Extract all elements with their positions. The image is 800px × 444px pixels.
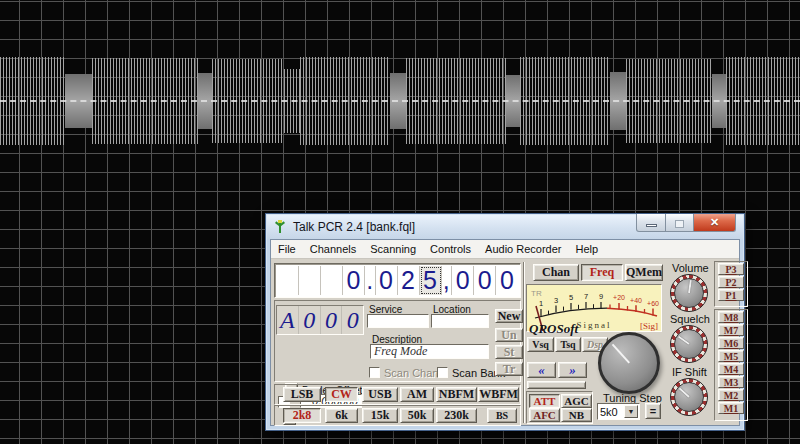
freq-digit[interactable]: 0	[474, 266, 496, 295]
dsp-toggle-group: ATT AGC AFC NB	[526, 391, 593, 424]
menu-channels[interactable]: Channels	[303, 241, 363, 257]
preset-p2[interactable]: P2	[718, 276, 744, 288]
volume-label: Volume	[672, 262, 709, 274]
freq-digit[interactable]: 0	[376, 266, 398, 295]
squelch-label: Squelch	[670, 313, 710, 325]
preset-p3[interactable]: P3	[718, 263, 744, 275]
mode-am[interactable]: AM	[400, 387, 434, 402]
memory-m7[interactable]: M7	[718, 324, 744, 336]
svg-text:3: 3	[554, 296, 558, 305]
svg-text:1: 1	[539, 299, 543, 308]
memory-m2[interactable]: M2	[718, 389, 744, 401]
afc-button[interactable]: AFC	[529, 408, 560, 422]
preset-p1[interactable]: P1	[718, 289, 744, 301]
channel-panel: A 0 0 0 + Duplex Offset 0.000000 - Servi…	[274, 300, 521, 382]
svg-text:Signal: Signal	[576, 320, 611, 330]
filter-50k[interactable]: 50k	[400, 408, 434, 423]
filter-row: 2k8 6k 15k 50k 230k BS	[274, 405, 521, 426]
chevron-down-icon[interactable]: ▼	[624, 405, 638, 418]
tab-freq[interactable]: Freq	[581, 264, 623, 281]
freq-digit[interactable]: 0	[452, 266, 474, 295]
if-shift-label: IF Shift	[672, 366, 707, 378]
memory-m5[interactable]: M5	[718, 350, 744, 362]
if-shift-knob[interactable]	[670, 378, 708, 416]
app-window: Talk PCR 2.4 [bank.fql] ✕ File Channels …	[265, 213, 745, 431]
scan-chan-label: Scan Chan	[384, 367, 438, 379]
freq-digit[interactable]: 2	[398, 266, 420, 295]
freq-digit[interactable]	[299, 266, 321, 295]
un-button[interactable]: Un	[495, 328, 523, 342]
spacer-button[interactable]	[527, 381, 586, 389]
brand-logo: QROSoft	[529, 321, 578, 337]
memory-m8[interactable]: M8	[718, 311, 744, 323]
memory-m6[interactable]: M6	[718, 337, 744, 349]
waveform-centerline	[0, 100, 800, 102]
caption-buttons: ✕	[636, 214, 736, 232]
tab-qmem[interactable]: QMem	[625, 264, 663, 281]
freq-digit[interactable]: 0	[496, 266, 518, 295]
svg-text:+20: +20	[613, 294, 625, 301]
filter-230k[interactable]: 230k	[436, 408, 477, 423]
nb-button[interactable]: NB	[561, 408, 592, 422]
preset-group: P3 P2 P1	[714, 261, 748, 307]
volume-knob[interactable]	[670, 274, 708, 312]
tune-down-button[interactable]: «	[527, 362, 556, 378]
tuning-knob[interactable]	[598, 332, 660, 394]
scan-bank-checkbox[interactable]	[437, 367, 448, 378]
filter-2k8[interactable]: 2k8	[283, 408, 321, 423]
menu-scanning[interactable]: Scanning	[363, 241, 423, 257]
memory-m3[interactable]: M3	[718, 376, 744, 388]
freq-comma: ,	[442, 266, 453, 295]
maximize-icon	[675, 220, 684, 228]
mode-nbfm[interactable]: NBFM	[436, 387, 477, 402]
menu-file[interactable]: File	[271, 241, 303, 257]
scan-chan-checkbox[interactable]	[369, 367, 380, 378]
squelch-knob[interactable]	[670, 325, 708, 363]
mode-usb[interactable]: USB	[362, 387, 398, 402]
minimize-button[interactable]	[636, 214, 666, 232]
location-input[interactable]	[431, 314, 489, 328]
att-button[interactable]: ATT	[529, 394, 560, 408]
window-client: File Channels Scanning Controls Audio Re…	[270, 239, 740, 426]
memory-m4[interactable]: M4	[718, 363, 744, 375]
equals-button[interactable]: =	[645, 403, 661, 419]
freq-digit[interactable]	[321, 266, 343, 295]
agc-button[interactable]: AGC	[561, 394, 592, 408]
menu-controls[interactable]: Controls	[423, 241, 478, 257]
service-input[interactable]	[367, 314, 429, 328]
filter-6k[interactable]: 6k	[325, 408, 358, 423]
tr-button[interactable]: Tr	[495, 362, 523, 376]
menu-help[interactable]: Help	[569, 241, 606, 257]
app-icon	[274, 220, 286, 234]
filter-bs[interactable]: BS	[487, 408, 517, 423]
freq-decimal-point: .	[365, 266, 376, 295]
channel-char: A	[277, 306, 299, 334]
mode-lsb[interactable]: LSB	[283, 387, 321, 402]
maximize-button[interactable]	[666, 214, 694, 232]
freq-digit-selected[interactable]: 5	[420, 266, 442, 295]
vsq-button[interactable]: Vsq	[527, 337, 554, 352]
tsq-button[interactable]: Tsq	[555, 337, 581, 352]
tune-up-button[interactable]: »	[558, 362, 587, 378]
mode-wbfm[interactable]: WBFM	[478, 387, 519, 402]
new-button[interactable]: New	[495, 309, 523, 323]
channel-char: 0	[342, 306, 363, 334]
freq-digit[interactable]	[277, 266, 299, 295]
mode-cw[interactable]: CW	[325, 387, 358, 402]
svg-text:+40: +40	[630, 297, 642, 304]
channel-char: 0	[321, 306, 343, 334]
channel-char: 0	[299, 306, 321, 334]
freq-digit[interactable]: 0	[343, 266, 365, 295]
st-button[interactable]: St	[495, 345, 523, 359]
filter-15k[interactable]: 15k	[362, 408, 398, 423]
close-button[interactable]: ✕	[694, 214, 736, 232]
memory-m1[interactable]: M1	[718, 402, 744, 414]
svg-text:+60: +60	[647, 300, 659, 307]
description-input[interactable]: Freq Mode	[370, 344, 489, 359]
menu-audio-recorder[interactable]: Audio Recorder	[478, 241, 568, 257]
main-content: 0 . 0 2 5 , 0 0 0 A 0 0 0 + Duplex Offs	[271, 260, 739, 425]
tuning-step-select[interactable]: 5k0 ▼	[597, 403, 640, 420]
svg-text:TR: TR	[531, 289, 542, 298]
tab-chan[interactable]: Chan	[533, 264, 579, 281]
svg-text:[Sig]: [Sig]	[640, 321, 658, 331]
